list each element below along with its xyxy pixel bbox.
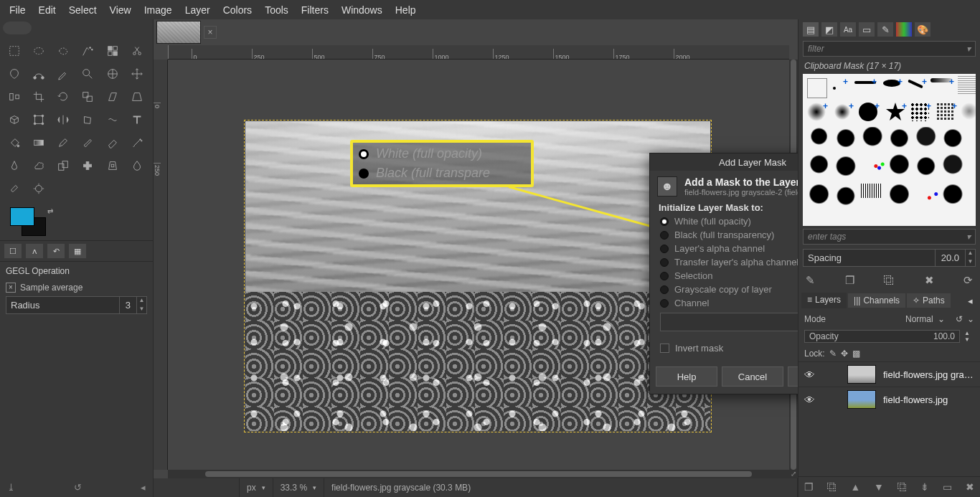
tab-palette[interactable]: 🎨: [915, 22, 930, 37]
tool-flip[interactable]: [53, 110, 73, 130]
tool-blur[interactable]: [127, 156, 147, 176]
restore-preset-icon[interactable]: ↺: [74, 482, 82, 493]
tool-zoom[interactable]: [77, 64, 98, 84]
tool-perspective[interactable]: [127, 87, 147, 107]
tab-history[interactable]: ▭: [859, 22, 875, 37]
tool-bucket[interactable]: [4, 133, 24, 153]
ruler-horizontal[interactable]: 025050075010001250150017502000: [168, 45, 789, 60]
edit-brush-icon[interactable]: ✎: [806, 274, 815, 287]
raise-layer-icon[interactable]: ▲: [851, 481, 861, 493]
channel-dropdown[interactable]: ⌄: [660, 313, 798, 331]
tool-color-picker[interactable]: [53, 64, 73, 84]
tool-3d[interactable]: [4, 110, 24, 130]
tool-gradient[interactable]: [29, 133, 49, 153]
tab-paths[interactable]: ✧ Paths: [907, 293, 951, 308]
dock-tab-undo[interactable]: ↶: [47, 244, 65, 258]
menu-help[interactable]: Help: [389, 1, 423, 19]
fg-color[interactable]: [10, 207, 34, 226]
refresh-brush-icon[interactable]: ⟳: [963, 274, 973, 287]
tool-measure[interactable]: [103, 64, 123, 84]
tool-airbrush[interactable]: [127, 133, 147, 153]
zoom-selector[interactable]: 33.3 %▾: [273, 478, 324, 497]
tab-fonts[interactable]: Aa: [840, 22, 856, 37]
visibility-icon[interactable]: 👁: [804, 394, 819, 406]
mode-dropdown[interactable]: Normal ⌄ ↺ ⌄: [905, 314, 974, 324]
tool-fuzzy-select[interactable]: [77, 41, 98, 61]
menu-layer[interactable]: Layer: [179, 1, 217, 19]
tool-cage[interactable]: [77, 110, 98, 130]
menu-view[interactable]: View: [103, 1, 138, 19]
mode-switch-icon[interactable]: ↺: [956, 314, 963, 324]
panel-menu-icon[interactable]: ◂: [963, 294, 977, 308]
lower-layer-icon[interactable]: ▼: [874, 481, 884, 493]
radio-transfer-alpha[interactable]: Transfer layer's alpha channel: [650, 255, 798, 269]
tool-crop[interactable]: [29, 87, 49, 107]
lock-position-icon[interactable]: ✥: [841, 349, 848, 359]
invert-mask-checkbox[interactable]: Invert mask: [650, 337, 798, 362]
menu-filters[interactable]: Filters: [295, 1, 335, 19]
visibility-icon[interactable]: 👁: [804, 369, 819, 381]
tool-paintbrush[interactable]: [77, 133, 98, 153]
radio-alpha[interactable]: Layer's alpha channel: [650, 242, 798, 255]
menu-file[interactable]: File: [3, 1, 32, 19]
tool-smudge[interactable]: [4, 179, 24, 199]
tool-dodge[interactable]: [29, 179, 49, 199]
scrollbar-horizontal[interactable]: [168, 470, 789, 478]
new-layer-icon[interactable]: ❐: [804, 481, 814, 493]
tool-heal[interactable]: [77, 156, 98, 176]
opacity-slider[interactable]: Opacity 100.0: [804, 330, 960, 343]
radio-channel[interactable]: Channel: [650, 296, 798, 310]
image-tab-close[interactable]: ×: [204, 26, 217, 39]
tool-mypaint[interactable]: [29, 156, 49, 176]
delete-brush-icon[interactable]: ✖: [925, 274, 934, 287]
delete-preset-icon[interactable]: ◂: [141, 482, 146, 493]
tab-brushes[interactable]: ▤: [803, 22, 819, 37]
option-close[interactable]: ×: [6, 283, 16, 293]
tool-shear[interactable]: [103, 87, 123, 107]
new-group-icon[interactable]: ⿻: [827, 481, 837, 493]
duplicate-layer-icon[interactable]: ⿻: [897, 481, 908, 493]
tab-layers[interactable]: ≡ Layers: [801, 293, 847, 308]
tool-text[interactable]: [127, 110, 147, 130]
tab-patterns[interactable]: ◩: [821, 22, 837, 37]
color-swatch[interactable]: ⇄: [10, 207, 53, 236]
menu-windows[interactable]: Windows: [335, 1, 389, 19]
new-brush-icon[interactable]: ❐: [845, 274, 854, 287]
spacing-spinner[interactable]: Spacing 20.0 ▲▼: [803, 249, 976, 267]
tool-handle[interactable]: [29, 110, 49, 130]
nav-corner-icon[interactable]: ⤢: [789, 470, 798, 478]
tool-ink[interactable]: [4, 156, 24, 176]
tool-move[interactable]: [127, 64, 147, 84]
layer-item[interactable]: 👁 field-flowers.jpg graysca: [798, 361, 980, 387]
menu-edit[interactable]: Edit: [32, 1, 62, 19]
chevron-down-icon[interactable]: ▼: [137, 306, 146, 314]
dock-tab-device[interactable]: ᴧ: [26, 244, 43, 258]
tool-by-color[interactable]: [103, 41, 123, 61]
tool-foreground[interactable]: [4, 64, 24, 84]
tab-paint[interactable]: ✎: [877, 22, 893, 37]
brush-grid[interactable]: + + + + + + + + + + +: [803, 74, 976, 226]
ruler-vertical[interactable]: 0250: [154, 60, 168, 470]
unit-selector[interactable]: px▾: [240, 478, 273, 497]
mask-layer-icon[interactable]: ▭: [943, 481, 952, 493]
radio-selection[interactable]: Selection: [650, 269, 798, 283]
tab-channels[interactable]: ||| Channels: [848, 293, 905, 308]
merge-layer-icon[interactable]: ⇟: [920, 481, 929, 493]
radio-white[interactable]: White (full opacity): [650, 214, 798, 228]
add-button[interactable]: Add: [788, 366, 798, 387]
menu-image[interactable]: Image: [138, 1, 179, 19]
brush-filter-input[interactable]: filter▾: [803, 41, 976, 57]
tool-scale[interactable]: [77, 87, 98, 107]
tool-ellipse-select[interactable]: [29, 41, 49, 61]
tags-input[interactable]: enter tags▾: [803, 229, 976, 245]
image-tab-thumb[interactable]: [156, 21, 201, 44]
tool-free-select[interactable]: [53, 41, 73, 61]
layer-item[interactable]: 👁 field-flowers.jpg: [798, 387, 980, 412]
tool-persp-clone[interactable]: [103, 156, 123, 176]
tool-paths[interactable]: [29, 64, 49, 84]
lock-alpha-icon[interactable]: ▩: [852, 349, 860, 359]
dock-tab-images[interactable]: ▦: [69, 244, 86, 258]
radio-black[interactable]: Black (full transparency): [650, 228, 798, 242]
cancel-button[interactable]: Cancel: [722, 366, 783, 387]
tool-eraser[interactable]: [103, 133, 123, 153]
